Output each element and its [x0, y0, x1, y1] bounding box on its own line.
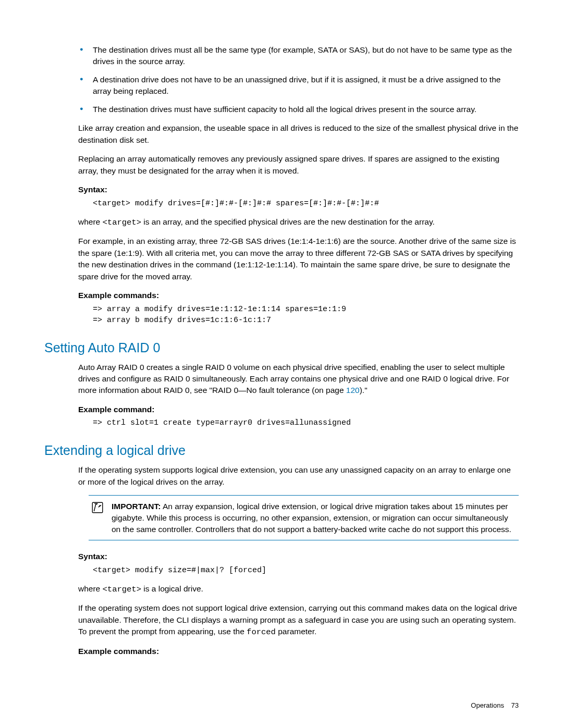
svg-point-1 [100, 506, 100, 507]
content-body: The destination drives must all be the s… [78, 44, 519, 326]
section-body: Auto Array RAID 0 creates a single RAID … [78, 362, 519, 429]
list-item: A destination drive does not have to be … [78, 74, 519, 97]
example-commands-label: Example commands: [78, 290, 519, 301]
code-block: <target> modify size=#|max|? [forced] [78, 565, 519, 576]
paragraph: Like array creation and expansion, the u… [78, 122, 519, 146]
important-label: IMPORTANT: [112, 502, 161, 511]
code-block: <target> modify drives=[#:]#:#-[#:]#:# s… [78, 198, 519, 209]
important-text: IMPORTANT: An array expansion, logical d… [112, 501, 517, 535]
syntax-label: Syntax: [78, 551, 519, 562]
paragraph: For example, in an existing array, three… [78, 236, 519, 282]
section-heading-extending: Extending a logical drive [44, 443, 519, 458]
list-item: The destination drives must all be the s… [78, 44, 519, 68]
paragraph: If the operating system does not support… [78, 602, 519, 638]
example-commands-label: Example commands: [78, 646, 519, 657]
section-body: If the operating system supports logical… [78, 464, 519, 657]
paragraph: Auto Array RAID 0 creates a single RAID … [78, 362, 519, 397]
text: )." [360, 386, 368, 394]
text: An array expansion, logical drive extens… [112, 502, 511, 533]
page-number: 73 [511, 701, 519, 709]
code-block: => ctrl slot=1 create type=arrayr0 drive… [78, 417, 519, 428]
syntax-label: Syntax: [78, 184, 519, 195]
example-command-label: Example command: [78, 404, 519, 415]
important-callout: IMPORTANT: An array expansion, logical d… [89, 495, 519, 540]
section-heading-auto-raid: Setting Auto RAID 0 [44, 340, 519, 355]
text: is a logical drive. [141, 584, 203, 593]
text: parameter. [276, 627, 316, 636]
page: The destination drives must all be the s… [0, 0, 563, 728]
inline-code: <target> [103, 585, 141, 594]
footer-section: Operations [471, 701, 504, 709]
code-block: => array a modify drives=1e:1:12-1e:1:14… [78, 304, 519, 326]
list-item: The destination drives must have suffici… [78, 104, 519, 115]
page-link[interactable]: 120 [346, 386, 360, 394]
inline-code: forced [247, 627, 276, 637]
paragraph: where <target> is an array, and the spec… [78, 216, 519, 228]
text: is an array, and the specified physical … [141, 217, 435, 226]
text: where [78, 584, 103, 593]
paragraph: where <target> is a logical drive. [78, 583, 519, 595]
bullet-list: The destination drives must all be the s… [78, 44, 519, 115]
text: Auto Array RAID 0 creates a single RAID … [78, 363, 509, 395]
page-footer: Operations 73 [471, 701, 519, 709]
paragraph: If the operating system supports logical… [78, 464, 519, 488]
paragraph: Replacing an array automatically removes… [78, 153, 519, 177]
inline-code: <target> [103, 218, 141, 227]
text: where [78, 217, 103, 226]
important-icon [91, 501, 104, 535]
